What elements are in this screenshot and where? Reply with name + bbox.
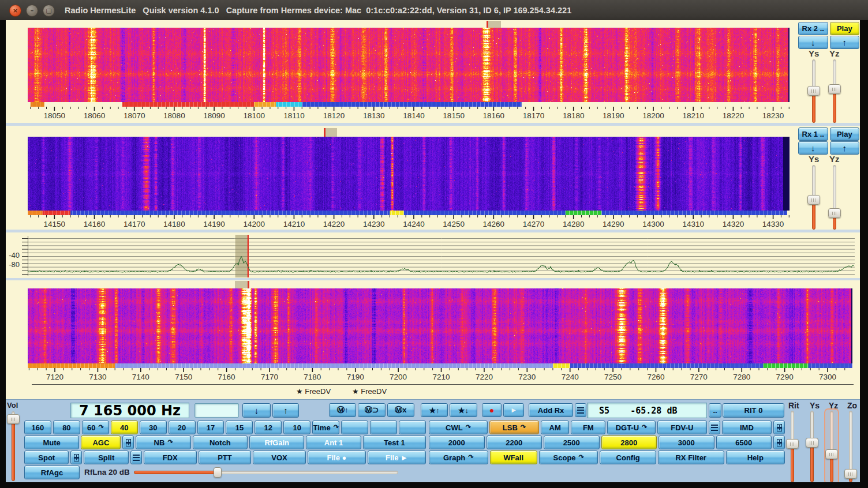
slider-handle[interactable] xyxy=(786,439,799,449)
button-17[interactable]: 17 xyxy=(197,421,225,434)
button-80[interactable]: 80 xyxy=(53,421,80,434)
frequency-scale-7mhz[interactable] xyxy=(28,363,852,372)
button-blank[interactable] xyxy=(399,421,426,434)
button-60[interactable]: 60↷ xyxy=(82,421,109,434)
button-rfgain[interactable]: RfGain xyxy=(249,436,304,449)
frequency-entry[interactable] xyxy=(194,403,239,418)
button-graph[interactable]: Graph↷ xyxy=(429,451,488,464)
slider-handle[interactable] xyxy=(807,195,820,205)
button-2500[interactable]: 2500 xyxy=(544,436,600,449)
button-config[interactable]: Config xyxy=(600,451,656,464)
ys-slider[interactable] xyxy=(806,411,818,482)
band-up-button-rx2[interactable]: ↑ xyxy=(830,36,860,49)
play-button-rx2[interactable]: Play xyxy=(830,22,860,35)
yz-slider[interactable] xyxy=(825,411,838,482)
button-blank[interactable] xyxy=(341,421,368,434)
button-blank[interactable]: ► xyxy=(503,403,524,417)
frequency-scale-14mhz[interactable] xyxy=(28,211,790,219)
button-scope[interactable]: Scope↷ xyxy=(539,451,598,464)
list-icon-button[interactable] xyxy=(130,451,142,464)
button-split[interactable]: Split xyxy=(84,451,128,464)
smeter-options-button[interactable]: .. xyxy=(709,403,721,418)
button-blank[interactable]: ● xyxy=(482,403,502,417)
list-icon-button[interactable] xyxy=(709,421,720,434)
ys-slider-rx2[interactable] xyxy=(807,59,820,123)
zo-slider[interactable] xyxy=(844,411,857,482)
passband-indicator[interactable] xyxy=(235,281,248,288)
button-ptt[interactable]: PTT xyxy=(199,451,252,464)
button-test-1[interactable]: Test 1 xyxy=(363,436,426,449)
button-2000[interactable]: 2000 xyxy=(429,436,485,449)
button-blank[interactable]: Ⓜ↑ xyxy=(329,403,356,417)
play-button-rx1[interactable]: Play xyxy=(830,127,860,141)
button-am[interactable]: AM xyxy=(541,421,569,434)
button-fm[interactable]: FM xyxy=(571,421,605,434)
updown-icon-button[interactable] xyxy=(122,436,134,449)
button-imd[interactable]: IMD xyxy=(722,421,772,434)
frequency-display[interactable]: 7 165 000 Hz xyxy=(70,403,189,418)
freedv-station-marker[interactable]: ★ FreeDV xyxy=(352,387,387,396)
minimize-icon[interactable]: – xyxy=(26,5,38,17)
button-30[interactable]: 30 xyxy=(140,421,167,434)
button-fdv-u[interactable]: FDV-U xyxy=(657,421,707,434)
rfagc-button[interactable]: RfAgc xyxy=(24,466,80,479)
close-icon[interactable]: × xyxy=(9,5,21,17)
rit-slider[interactable] xyxy=(786,411,799,482)
slider-handle[interactable] xyxy=(828,208,841,218)
waterfall-14mhz[interactable] xyxy=(28,137,790,211)
slider-handle[interactable] xyxy=(844,469,857,479)
button-2800[interactable]: 2800 xyxy=(601,436,657,449)
rx2-button[interactable]: Rx 2 .. xyxy=(798,22,828,35)
updown-icon-button[interactable] xyxy=(70,451,82,464)
button-blank[interactable]: ★↓ xyxy=(450,403,477,417)
slider-handle[interactable] xyxy=(7,414,20,424)
button-vox[interactable]: VOX xyxy=(253,451,306,464)
rit-button[interactable]: RIT 0 xyxy=(723,403,784,418)
ys-slider-rx1[interactable] xyxy=(807,165,820,230)
button-spot[interactable]: Spot xyxy=(24,451,69,464)
button-mute[interactable]: Mute xyxy=(24,436,79,449)
button-notch[interactable]: Notch xyxy=(193,436,248,449)
button-nb[interactable]: NB↷ xyxy=(136,436,190,449)
freedv-station-marker[interactable]: ★ FreeDV xyxy=(296,387,331,396)
vol-slider[interactable] xyxy=(7,411,20,481)
band-up-button-rx1[interactable]: ↑ xyxy=(830,141,860,155)
band-down-button-rx1[interactable]: ↓ xyxy=(798,141,828,155)
list-icon-button[interactable] xyxy=(575,403,586,417)
passband-indicator[interactable] xyxy=(488,21,501,28)
button-160[interactable]: 160 xyxy=(24,421,51,434)
yz-slider-rx2[interactable] xyxy=(828,59,841,123)
button-15[interactable]: 15 xyxy=(226,421,253,434)
button-cwl[interactable]: CWL↷ xyxy=(429,421,488,434)
button-6500[interactable]: 6500 xyxy=(716,436,772,449)
button-fdx[interactable]: FDX xyxy=(144,451,197,464)
tuning-line[interactable] xyxy=(248,281,249,288)
slider-handle[interactable] xyxy=(825,449,838,459)
band-down-button-rx2[interactable]: ↓ xyxy=(798,36,828,49)
button-time[interactable]: Time↷ xyxy=(312,421,339,434)
maximize-icon[interactable]: ▢ xyxy=(43,5,55,17)
button-3000[interactable]: 3000 xyxy=(659,436,714,449)
yz-slider-rx1[interactable] xyxy=(828,165,841,230)
button-agc[interactable]: AGC xyxy=(81,436,121,449)
button-add-rx[interactable]: Add Rx xyxy=(529,403,573,417)
button-file[interactable]: File ► xyxy=(368,451,426,464)
waterfall-18mhz[interactable] xyxy=(28,28,790,102)
tune-down-button[interactable]: ↓ xyxy=(242,403,271,418)
button-file[interactable]: File ● xyxy=(308,451,366,464)
rflna-slider[interactable] xyxy=(134,467,398,478)
button-10[interactable]: 10 xyxy=(283,421,310,434)
tune-up-button[interactable]: ↑ xyxy=(272,403,299,418)
slider-handle[interactable] xyxy=(214,467,222,478)
updown-icon-button[interactable] xyxy=(773,421,785,434)
button-help[interactable]: Help xyxy=(726,451,785,464)
button-wfall[interactable]: WFall xyxy=(490,451,537,464)
slider-handle[interactable] xyxy=(807,86,820,96)
button-40[interactable]: 40 xyxy=(111,421,138,434)
button-ant-1[interactable]: Ant 1 xyxy=(306,436,361,449)
button-2200[interactable]: 2200 xyxy=(487,436,542,449)
slider-handle[interactable] xyxy=(806,438,818,448)
button-blank[interactable]: ★↑ xyxy=(421,403,448,417)
rx1-button[interactable]: Rx 1 .. xyxy=(798,127,828,141)
button-12[interactable]: 12 xyxy=(255,421,282,434)
